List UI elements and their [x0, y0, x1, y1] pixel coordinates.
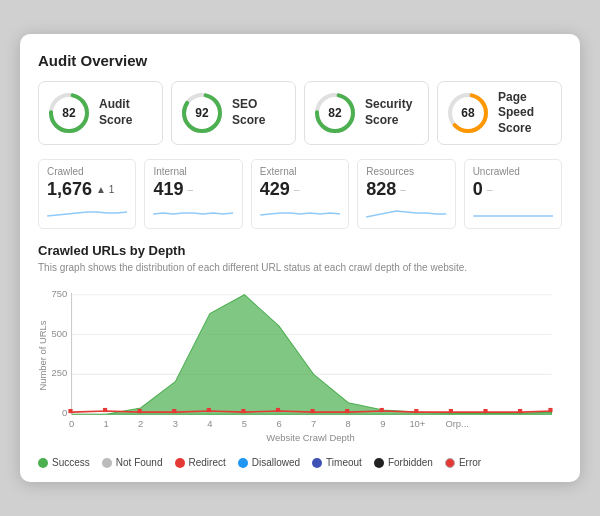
svg-text:1: 1: [103, 418, 108, 429]
legend-dot-error: [445, 458, 455, 468]
svg-text:3: 3: [173, 418, 178, 429]
mini-chart-resources: [366, 202, 446, 220]
svg-rect-28: [380, 408, 384, 412]
scores-row: 82 Audit Score 92 SEO Score 82: [38, 81, 562, 146]
svg-rect-25: [276, 408, 280, 412]
score-value-audit: 82: [62, 106, 75, 120]
stat-resources: Resources 828 –: [357, 159, 455, 229]
legend-disallowed: Disallowed: [238, 457, 300, 468]
legend-label-forbidden: Forbidden: [388, 457, 433, 468]
stat-change-uncrawled: –: [487, 184, 493, 195]
stat-external: External 429 –: [251, 159, 349, 229]
svg-rect-32: [518, 409, 522, 413]
svg-text:250: 250: [52, 368, 68, 379]
svg-text:9: 9: [380, 418, 385, 429]
score-value-security: 82: [328, 106, 341, 120]
stat-value-row-crawled: 1,676 ▲ 1: [47, 179, 127, 200]
svg-text:2: 2: [138, 418, 143, 429]
svg-text:750: 750: [52, 288, 68, 299]
legend-label-error: Error: [459, 457, 481, 468]
svg-marker-18: [72, 295, 552, 414]
legend-notfound: Not Found: [102, 457, 163, 468]
svg-text:Orp...: Orp...: [445, 418, 469, 429]
svg-text:7: 7: [311, 418, 316, 429]
score-value-speed: 68: [461, 106, 474, 120]
svg-rect-20: [103, 408, 107, 412]
legend-error: Error: [445, 457, 481, 468]
legend-dot-timeout: [312, 458, 322, 468]
stat-value-crawled: 1,676: [47, 179, 92, 200]
score-label-security: Security Score: [365, 97, 420, 128]
chart-section: Crawled URLs by Depth This graph shows t…: [38, 243, 562, 468]
score-box-audit: 82 Audit Score: [38, 81, 163, 146]
chart-title: Crawled URLs by Depth: [38, 243, 562, 258]
chart-svg: 750 500 250 0: [38, 281, 562, 451]
stat-change-internal: –: [187, 184, 193, 195]
svg-text:8: 8: [346, 418, 351, 429]
stat-label-uncrawled: Uncrawled: [473, 166, 553, 177]
stat-crawled: Crawled 1,676 ▲ 1: [38, 159, 136, 229]
stat-value-row-uncrawled: 0 –: [473, 179, 553, 200]
stat-internal: Internal 419 –: [144, 159, 242, 229]
legend-dot-success: [38, 458, 48, 468]
svg-text:500: 500: [52, 328, 68, 339]
svg-text:4: 4: [207, 418, 212, 429]
stat-label-crawled: Crawled: [47, 166, 127, 177]
stat-uncrawled: Uncrawled 0 –: [464, 159, 562, 229]
score-value-seo: 92: [195, 106, 208, 120]
mini-chart-external: [260, 202, 340, 220]
legend-label-notfound: Not Found: [116, 457, 163, 468]
score-label-audit: Audit Score: [99, 97, 154, 128]
score-circle-audit: 82: [47, 91, 91, 135]
legend-dot-notfound: [102, 458, 112, 468]
stat-value-row-internal: 419 –: [153, 179, 233, 200]
audit-card: Audit Overview 82 Audit Score 92: [20, 34, 580, 483]
score-circle-seo: 92: [180, 91, 224, 135]
stat-label-resources: Resources: [366, 166, 446, 177]
svg-rect-30: [449, 409, 453, 413]
score-label-seo: SEO Score: [232, 97, 287, 128]
svg-rect-33: [548, 408, 552, 412]
svg-text:Number of URLs: Number of URLs: [38, 321, 48, 391]
legend-dot-disallowed: [238, 458, 248, 468]
stat-value-row-external: 429 –: [260, 179, 340, 200]
svg-text:5: 5: [242, 418, 247, 429]
stat-label-internal: Internal: [153, 166, 233, 177]
svg-rect-29: [414, 409, 418, 413]
svg-text:0: 0: [69, 418, 74, 429]
score-box-speed: 68 Page Speed Score: [437, 81, 562, 146]
mini-chart-internal: [153, 202, 233, 220]
stat-change-resources: –: [400, 184, 406, 195]
svg-rect-22: [172, 409, 176, 413]
score-circle-security: 82: [313, 91, 357, 135]
svg-rect-24: [241, 409, 245, 413]
svg-text:10+: 10+: [409, 418, 425, 429]
svg-rect-27: [345, 409, 349, 413]
legend-timeout: Timeout: [312, 457, 362, 468]
stat-change-external: –: [294, 184, 300, 195]
stat-value-resources: 828: [366, 179, 396, 200]
svg-text:0: 0: [62, 408, 67, 419]
chart-description: This graph shows the distribution of eac…: [38, 262, 562, 273]
stat-label-external: External: [260, 166, 340, 177]
score-circle-speed: 68: [446, 91, 490, 135]
page-title: Audit Overview: [38, 52, 562, 69]
svg-text:6: 6: [276, 418, 281, 429]
legend-dot-forbidden: [374, 458, 384, 468]
score-box-security: 82 Security Score: [304, 81, 429, 146]
stat-value-external: 429: [260, 179, 290, 200]
legend-redirect: Redirect: [175, 457, 226, 468]
svg-rect-23: [207, 408, 211, 412]
legend-label-success: Success: [52, 457, 90, 468]
stat-value-internal: 419: [153, 179, 183, 200]
stat-change-crawled: ▲ 1: [96, 184, 114, 195]
mini-chart-uncrawled: [473, 202, 553, 220]
chart-area: 750 500 250 0: [38, 281, 562, 451]
stat-value-uncrawled: 0: [473, 179, 483, 200]
legend-forbidden: Forbidden: [374, 457, 433, 468]
svg-rect-19: [68, 409, 72, 413]
stat-value-row-resources: 828 –: [366, 179, 446, 200]
svg-rect-26: [310, 409, 314, 413]
svg-rect-21: [138, 409, 142, 413]
mini-chart-crawled: [47, 202, 127, 220]
